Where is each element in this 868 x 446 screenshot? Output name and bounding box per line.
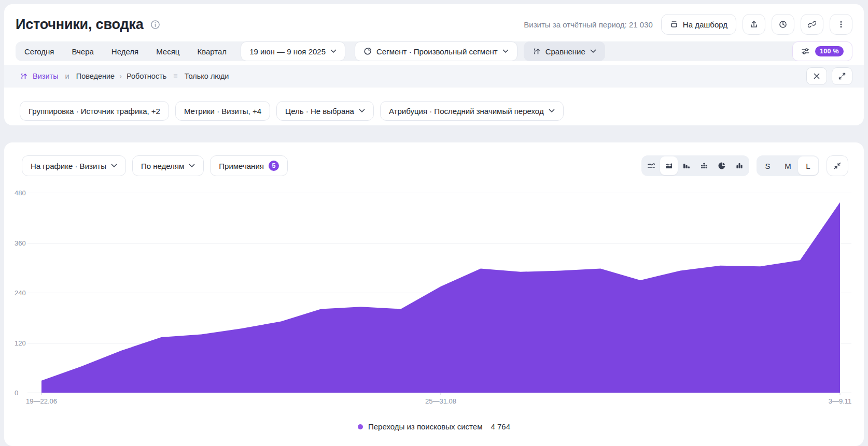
filter-expression: Визиты и Поведение › Роботность = Только… (20, 72, 229, 80)
filter-metric-link[interactable]: Визиты (33, 72, 59, 80)
period-selector[interactable]: По неделям (132, 155, 204, 176)
collapse-chart-button[interactable] (827, 155, 848, 176)
collapse-icon (834, 162, 841, 169)
size-l-button[interactable]: L (798, 156, 818, 175)
date-range-label: 19 июн — 9 ноя 2025 (249, 47, 326, 56)
chart-type-columns-button[interactable] (731, 156, 748, 175)
comparison-selector[interactable]: Сравнение (524, 41, 605, 61)
size-s-button[interactable]: S (758, 156, 778, 175)
pie-chart-icon (718, 162, 726, 170)
visits-period-total: Визиты за отчётный период: 21 030 (524, 20, 653, 29)
clock-icon (779, 20, 787, 28)
column-chart-icon (735, 162, 744, 170)
metrics-label: Метрики · Визиты, +4 (184, 107, 261, 116)
metrics-selector[interactable]: Метрики · Визиты, +4 (175, 101, 270, 121)
filter-path-parent[interactable]: Поведение (76, 72, 115, 80)
filter-value[interactable]: Только люди (185, 72, 229, 80)
to-dashboard-label: На дашборд (683, 20, 727, 29)
chevron-down-icon (189, 164, 195, 168)
attribution-selector[interactable]: Атрибуция · Последний значимый переход (380, 101, 564, 121)
grouping-selector[interactable]: Группировка · Источник трафика, +2 (20, 101, 169, 121)
notes-label: Примечания (219, 162, 264, 170)
preset-quarter[interactable]: Квартал (188, 41, 235, 61)
filter-bar: Визиты и Поведение › Роботность = Только… (4, 65, 864, 88)
chevron-down-icon (549, 109, 555, 113)
header: Источники, сводка Визиты за отчётный пер… (4, 4, 864, 36)
to-dashboard-button[interactable]: На дашборд (661, 14, 736, 35)
info-icon[interactable] (150, 20, 160, 30)
chart-type-bars-button[interactable] (678, 156, 695, 175)
preset-month[interactable]: Месяц (147, 41, 188, 61)
share-icon (750, 20, 758, 28)
x-tick (441, 393, 441, 395)
on-chart-selector[interactable]: На графике · Визиты (22, 155, 126, 176)
line-chart-icon (647, 162, 655, 170)
chevron-down-icon (330, 49, 337, 53)
notes-button[interactable]: Примечания 5 (210, 155, 288, 176)
link-icon (808, 20, 816, 28)
chevron-down-icon (359, 109, 365, 113)
chart-size-switcher: S M L (757, 155, 819, 176)
filter-bar-actions (806, 67, 852, 85)
chevron-down-icon (502, 49, 509, 53)
y-tick-label: 480 (15, 189, 26, 197)
close-icon (813, 73, 820, 80)
chevron-down-icon (111, 164, 117, 168)
chart-legend[interactable]: Переходы из поисковых систем 4 764 (4, 422, 864, 431)
page-title: Источники, сводка (16, 17, 143, 33)
segment-pie-icon (363, 47, 372, 55)
area-plot (27, 193, 851, 393)
legend-dot (358, 424, 363, 429)
copy-link-button[interactable] (801, 14, 823, 35)
metrica-report-page: Источники, сводка Визиты за отчётный пер… (0, 0, 868, 446)
filter-path-child[interactable]: Роботность (127, 72, 166, 80)
bar-chart-icon (682, 162, 691, 170)
chart-type-pie-button[interactable] (713, 156, 731, 175)
more-menu-button[interactable] (830, 14, 852, 35)
chart-type-stacked-button[interactable] (695, 156, 713, 175)
filter-conjunction: и (65, 72, 69, 80)
attribution-label: Атрибуция · Последний значимый переход (389, 107, 544, 116)
x-axis-line (27, 393, 851, 393)
sampling-badge: 100 % (815, 46, 844, 56)
chart-controls: На графике · Визиты По неделям Примечани… (22, 155, 848, 176)
y-tick-label: 0 (15, 389, 18, 397)
header-actions: Визиты за отчётный период: 21 030 На даш… (524, 14, 852, 35)
report-header-block: Источники, сводка Визиты за отчётный пер… (4, 4, 864, 125)
period-label: По неделям (141, 162, 184, 170)
x-tick-label: 19—22.06 (26, 397, 57, 405)
preset-week[interactable]: Неделя (103, 41, 147, 61)
goal-selector[interactable]: Цель · Не выбрана (276, 101, 374, 121)
x-tick-label: 3—9.11 (829, 397, 852, 405)
size-m-button[interactable]: M (778, 156, 798, 175)
chart-type-area-button[interactable] (660, 156, 678, 175)
comparison-label: Сравнение (545, 47, 585, 56)
segment-label: Сегмент · Произвольный сегмент (376, 47, 498, 56)
date-range-picker[interactable]: 19 июн — 9 ноя 2025 (241, 41, 345, 61)
history-button[interactable] (772, 14, 794, 35)
export-button[interactable] (743, 14, 765, 35)
filter-expand-button[interactable] (832, 67, 852, 85)
preset-yesterday[interactable]: Вчера (63, 41, 103, 61)
sliders-icon (801, 47, 810, 55)
y-tick-label: 120 (15, 339, 26, 347)
metric-compare-icon (20, 72, 28, 80)
segment-selector[interactable]: Сегмент · Произвольный сегмент (355, 41, 517, 61)
chart-type-switcher (641, 155, 749, 176)
kebab-menu-icon (837, 20, 845, 28)
x-tick-label: 25—31.08 (425, 397, 456, 405)
chart-controls-right: S M L (641, 155, 848, 176)
area-series (41, 203, 840, 393)
sampling-button[interactable]: 100 % (792, 41, 852, 61)
on-chart-label: На графике · Визиты (31, 162, 106, 170)
legend-series-label: Переходы из поисковых систем (368, 422, 483, 431)
preset-today[interactable]: Сегодня (16, 41, 63, 61)
stacked-bar-chart-icon (700, 162, 708, 170)
filter-remove-button[interactable] (806, 67, 827, 85)
chart-type-line-button[interactable] (642, 156, 660, 175)
area-chart[interactable]: 480 360 240 120 0 19—22.0625—31.083—9.11 (27, 193, 851, 393)
chevron-down-icon (590, 49, 596, 53)
area-chart-icon (665, 162, 673, 170)
y-tick-label: 240 (15, 289, 26, 297)
grouping-label: Группировка · Источник трафика, +2 (29, 107, 160, 116)
